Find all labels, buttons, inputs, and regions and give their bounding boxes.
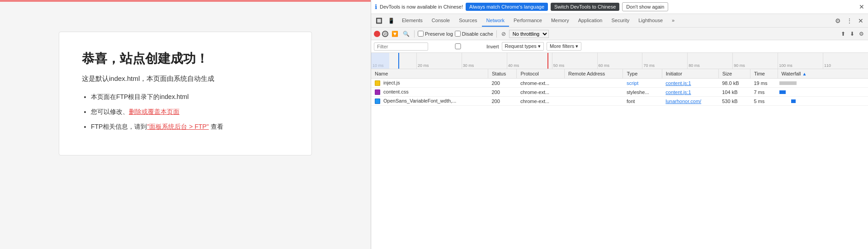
invert-label[interactable]: Invert — [431, 43, 499, 49]
col-size[interactable]: Size — [718, 69, 750, 79]
col-type[interactable]: Type — [623, 69, 662, 79]
tick-90ms: 90 ms — [732, 53, 778, 69]
col-remote-address[interactable]: Remote Address — [565, 69, 623, 79]
cell-waterfall — [778, 97, 868, 106]
cell-remote — [565, 79, 623, 88]
tick-60ms: 60 ms — [597, 53, 642, 69]
cell-name: inject.js — [371, 79, 488, 88]
tick-30ms: 30 ms — [462, 53, 507, 69]
cell-size: 98.0 kB — [718, 79, 750, 88]
devtools-panel: ℹ DevTools is now available in Chinese! … — [371, 0, 868, 249]
inspector-icon[interactable]: 🔲 — [373, 16, 385, 26]
invert-checkbox[interactable] — [431, 43, 485, 49]
tab-network[interactable]: Network — [482, 15, 509, 27]
feature-list: 本页面在FTP根目录下的index.html 您可以修改、删除或覆盖本页面 FT… — [82, 92, 289, 132]
clear-button[interactable]: ⊘ — [382, 31, 388, 37]
cell-protocol: chrome-ext... — [517, 79, 565, 88]
table-row[interactable]: OpenSans_VariableFont_wdth,... 200 chrom… — [371, 97, 868, 106]
initiator-link-3[interactable]: lunarhonor.com/ — [665, 99, 701, 104]
tick-40ms: 40 ms — [507, 53, 552, 69]
delete-link[interactable]: 删除或覆盖本页面 — [129, 108, 179, 115]
tab-security[interactable]: Security — [607, 15, 634, 27]
tick-100ms: 100 ms — [778, 53, 823, 69]
export-icon[interactable]: ⬇ — [849, 31, 856, 37]
table-row[interactable]: content.css 200 chrome-ext... styleshe..… — [371, 88, 868, 97]
col-waterfall[interactable]: Waterfall ▲ — [778, 69, 868, 79]
toolbar-separator-2 — [496, 30, 497, 38]
settings-icon-2[interactable]: ⚙ — [858, 31, 865, 37]
cell-initiator: content.js:1 — [662, 88, 718, 97]
filter-input[interactable] — [374, 42, 428, 51]
col-status[interactable]: Status — [488, 69, 516, 79]
page-content: 恭喜，站点创建成功！ 这是默认index.html，本页面由系统自动生成 本页面… — [0, 0, 371, 249]
cell-type: styleshe... — [623, 88, 662, 97]
toolbar-separator — [414, 30, 415, 38]
tick-80ms: 80 ms — [687, 53, 732, 69]
request-types-button[interactable]: Request types ▾ — [502, 42, 544, 51]
initiator-link[interactable]: content.js:1 — [665, 80, 691, 86]
cell-size: 104 kB — [718, 88, 750, 97]
throttling-select[interactable]: No throttling — [509, 30, 549, 38]
devtools-tab-bar: 🔲 📱 Elements Console Sources Network Per… — [371, 14, 868, 28]
font-icon — [375, 99, 380, 104]
timeline-highlight — [371, 53, 389, 69]
dont-show-again-button[interactable]: Don't show again — [622, 2, 668, 11]
always-match-language-button[interactable]: Always match Chrome's language — [466, 3, 548, 11]
disable-cache-label[interactable]: Disable cache — [455, 31, 493, 37]
cell-time: 19 ms — [750, 79, 778, 88]
waterfall-bar-waiting — [779, 81, 797, 85]
cell-remote — [565, 88, 623, 97]
settings-icon[interactable]: ⚙ — [832, 15, 844, 26]
cell-time: 7 ms — [750, 88, 778, 97]
import-icon[interactable]: ⬆ — [840, 31, 847, 37]
tick-70ms: 70 ms — [642, 53, 687, 69]
js-icon — [375, 80, 380, 86]
cell-status: 200 — [488, 88, 516, 97]
tick-20ms: 20 ms — [416, 53, 462, 69]
tab-console[interactable]: Console — [427, 15, 454, 27]
info-icon: ℹ — [375, 3, 377, 10]
tick-110ms: 110 — [823, 53, 868, 69]
col-protocol[interactable]: Protocol — [517, 69, 565, 79]
tab-application[interactable]: Application — [574, 15, 607, 27]
cell-initiator: lunarhonor.com/ — [662, 97, 718, 106]
col-time[interactable]: Time — [750, 69, 778, 79]
panel-link[interactable]: "面板系统后台 > FTP" — [147, 123, 208, 130]
tab-lighthouse[interactable]: Lighthouse — [634, 15, 667, 27]
disable-cache-checkbox[interactable] — [455, 31, 461, 37]
no-throttling-icon[interactable]: ⊘ — [500, 31, 507, 37]
table-row[interactable]: inject.js 200 chrome-ext... script conte… — [371, 79, 868, 88]
record-button[interactable] — [374, 31, 380, 37]
filter-bar: Invert Request types ▾ More filters ▾ — [371, 40, 868, 53]
cell-waterfall — [778, 79, 868, 88]
tab-performance[interactable]: Performance — [509, 15, 547, 27]
col-name[interactable]: Name — [371, 69, 488, 79]
preserve-log-label[interactable]: Preserve log — [418, 31, 453, 37]
search-icon[interactable]: 🔍 — [401, 31, 411, 37]
cell-status: 200 — [488, 97, 516, 106]
cell-waterfall — [778, 88, 868, 97]
preserve-log-checkbox[interactable] — [418, 31, 424, 37]
more-filters-button[interactable]: More filters ▾ — [547, 42, 581, 51]
initiator-link-2[interactable]: content.js:1 — [665, 89, 691, 95]
tab-more[interactable]: » — [667, 15, 679, 27]
switch-to-chinese-button[interactable]: Switch DevTools to Chinese — [551, 3, 619, 11]
more-options-icon[interactable]: ⋮ — [844, 15, 855, 26]
tab-sources[interactable]: Sources — [454, 15, 481, 27]
close-devtools-button[interactable]: ✕ — [855, 15, 866, 26]
page-title: 恭喜，站点创建成功！ — [82, 50, 289, 67]
network-table: Name Status Protocol Remote Address Type… — [371, 69, 868, 249]
list-item-3: FTP相关信息，请到"面板系统后台 > FTP" 查看 — [91, 122, 289, 132]
cell-time: 5 ms — [750, 97, 778, 106]
tick-50ms: 50 ms — [552, 53, 597, 69]
tab-memory[interactable]: Memory — [547, 15, 574, 27]
device-icon[interactable]: 📱 — [385, 16, 397, 26]
col-initiator[interactable]: Initiator — [662, 69, 718, 79]
filter-icon[interactable]: 🔽 — [390, 31, 400, 37]
requests-table: Name Status Protocol Remote Address Type… — [371, 69, 868, 106]
cell-name: content.css — [371, 88, 488, 97]
lang-bar-close-button[interactable]: ✕ — [859, 3, 864, 10]
tab-elements[interactable]: Elements — [397, 15, 427, 27]
content-card: 恭喜，站点创建成功！ 这是默认index.html，本页面由系统自动生成 本页面… — [59, 32, 312, 155]
cell-type: font — [623, 97, 662, 106]
